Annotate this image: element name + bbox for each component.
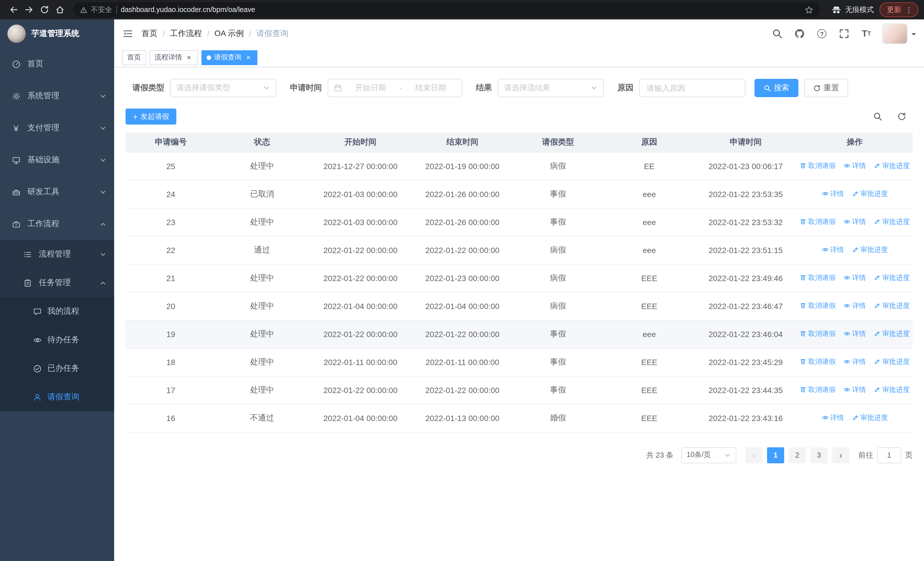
cancel-leave-link[interactable]: 取消请假	[800, 385, 836, 395]
cancel-leave-link[interactable]: 取消请假	[800, 161, 836, 171]
approval-progress-link[interactable]: 审批进度	[874, 329, 910, 339]
cancel-leave-link[interactable]: 取消请假	[800, 357, 836, 367]
approval-progress-link[interactable]: 审批进度	[852, 413, 888, 423]
trash-icon	[800, 387, 806, 393]
detail-link[interactable]: 详情	[843, 329, 866, 339]
detail-link[interactable]: 详情	[843, 217, 866, 227]
browser-forward-button[interactable]	[21, 2, 36, 17]
table-row[interactable]: 21 处理中 2022-01-22 00:00:00 2022-01-23 00…	[126, 264, 913, 292]
cancel-leave-link[interactable]: 取消请假	[800, 329, 836, 339]
breadcrumb-oa-example[interactable]: OA 示例	[214, 29, 244, 39]
calendar-icon	[334, 84, 342, 92]
table-row[interactable]: 23 处理中 2022-01-03 00:00:00 2022-01-26 00…	[126, 208, 913, 236]
app-logo[interactable]: 芋道管理系统	[0, 20, 114, 48]
sidebar-item-completed-tasks[interactable]: 已办任务	[0, 354, 114, 383]
detail-link[interactable]: 详情	[822, 189, 844, 199]
result-select[interactable]: 请选择流结果	[498, 79, 604, 97]
page-button-3[interactable]: 3	[810, 447, 828, 463]
detail-link[interactable]: 详情	[843, 301, 866, 311]
create-leave-button[interactable]: + 发起请假	[126, 108, 176, 125]
detail-link[interactable]: 详情	[843, 161, 866, 171]
sidebar-item-payment[interactable]: ¥ 支付管理	[0, 112, 114, 144]
breadcrumb-separator: /	[163, 29, 165, 38]
github-icon[interactable]	[793, 27, 806, 40]
sidebar-item-my-processes[interactable]: 我的流程	[0, 297, 114, 326]
tab-home[interactable]: 首页	[122, 50, 146, 65]
table-row[interactable]: 25 处理中 2021-12-27 00:00:00 2022-01-19 00…	[126, 152, 913, 180]
detail-link[interactable]: 详情	[843, 357, 866, 367]
col-start-time: 开始时间	[308, 132, 413, 152]
breadcrumb-home[interactable]: 首页	[141, 29, 158, 39]
sidebar-item-leave-query[interactable]: 请假查询	[0, 383, 114, 411]
col-status: 状态	[216, 132, 308, 152]
sidebar-item-infrastructure[interactable]: 基础设施	[0, 144, 114, 176]
table-row[interactable]: 22 通过 2022-01-22 00:00:00 2022-01-22 00:…	[126, 236, 913, 264]
tab-leave-query[interactable]: 请假查询 ×	[201, 50, 257, 65]
tab-process-detail[interactable]: 流程详情 ×	[150, 50, 198, 65]
approval-progress-link[interactable]: 审批进度	[874, 273, 910, 283]
table-row[interactable]: 20 处理中 2022-01-04 00:00:00 2022-01-04 00…	[126, 292, 913, 320]
approval-progress-link[interactable]: 审批进度	[874, 161, 910, 171]
next-page-button[interactable]: ›	[832, 447, 849, 463]
approval-progress-link[interactable]: 审批进度	[874, 217, 910, 227]
security-status[interactable]: 不安全	[80, 5, 112, 15]
menu-fold-icon[interactable]	[114, 20, 141, 48]
reset-button[interactable]: 重置	[804, 79, 848, 97]
cancel-leave-link[interactable]: 取消请假	[800, 217, 836, 227]
detail-link[interactable]: 详情	[822, 413, 844, 423]
table-row[interactable]: 19 处理中 2022-01-22 00:00:00 2022-01-22 00…	[126, 320, 913, 348]
approval-progress-link[interactable]: 审批进度	[874, 385, 910, 395]
table-row[interactable]: 16 不通过 2022-01-04 00:00:00 2022-01-13 00…	[126, 404, 913, 432]
tab-close-icon[interactable]: ×	[244, 53, 252, 62]
font-size-icon[interactable]: TT	[860, 27, 873, 40]
prev-page-button[interactable]: ‹	[746, 447, 762, 463]
range-separator: -	[399, 84, 402, 92]
address-bar[interactable]: 不安全 dashboard.yudao.iocoder.cn/bpm/oa/le…	[73, 2, 820, 17]
breadcrumb-workflow[interactable]: 工作流程	[170, 29, 202, 39]
col-apply-id: 申请编号	[126, 132, 216, 152]
avatar[interactable]	[882, 23, 908, 44]
browser-menu-icon[interactable]: ⋮	[905, 6, 913, 14]
detail-link[interactable]: 详情	[843, 273, 866, 283]
approval-progress-link[interactable]: 审批进度	[874, 357, 910, 367]
refresh-table-icon[interactable]	[896, 110, 908, 123]
approval-progress-link[interactable]: 审批进度	[852, 189, 888, 199]
leave-type-select[interactable]: 请选择请假类型	[170, 79, 276, 97]
toggle-search-icon[interactable]	[872, 110, 884, 123]
sidebar-item-task-management[interactable]: 任务管理	[0, 269, 114, 297]
list-icon	[23, 250, 32, 259]
search-button[interactable]: 搜索	[754, 79, 798, 97]
sidebar-item-pending-tasks[interactable]: 待办任务	[0, 326, 114, 354]
detail-link[interactable]: 详情	[822, 245, 844, 255]
page-button-1[interactable]: 1	[767, 447, 784, 463]
update-button[interactable]: 更新 ⋮	[879, 2, 918, 17]
page-button-2[interactable]: 2	[789, 447, 806, 463]
detail-link[interactable]: 详情	[843, 385, 866, 395]
sidebar-item-devtools[interactable]: 研发工具	[0, 176, 114, 208]
goto-page-input[interactable]	[877, 447, 901, 463]
table-row[interactable]: 18 处理中 2022-01-11 00:00:00 2022-01-11 00…	[126, 348, 913, 376]
approval-progress-link[interactable]: 审批进度	[852, 245, 888, 255]
browser-refresh-button[interactable]	[36, 2, 52, 17]
page-size-select[interactable]: 10条/页	[681, 447, 736, 463]
approval-progress-link[interactable]: 审批进度	[874, 301, 910, 311]
bookmark-star-icon[interactable]	[805, 5, 813, 14]
cancel-leave-link[interactable]: 取消请假	[800, 273, 836, 283]
cancel-leave-link[interactable]: 取消请假	[800, 301, 836, 311]
table-row[interactable]: 17 处理中 2022-01-22 00:00:00 2022-01-22 00…	[126, 376, 913, 404]
table-row[interactable]: 24 已取消 2022-01-03 00:00:00 2022-01-26 00…	[126, 180, 913, 208]
reason-input[interactable]	[639, 79, 746, 97]
sidebar-item-process-management[interactable]: 流程管理	[0, 240, 114, 269]
browser-back-button[interactable]	[6, 2, 21, 17]
sidebar-item-home[interactable]: 首页	[0, 48, 114, 80]
apply-time-range-picker[interactable]: 开始日期 - 结束日期	[328, 79, 462, 97]
sidebar-item-system[interactable]: 系统管理	[0, 80, 114, 112]
help-icon[interactable]: ?	[816, 27, 828, 40]
search-icon[interactable]	[771, 27, 784, 40]
reason-label: 原因	[610, 83, 633, 93]
fullscreen-icon[interactable]	[838, 27, 850, 40]
sidebar-item-workflow[interactable]: 工作流程	[0, 208, 114, 240]
user-menu[interactable]	[882, 23, 916, 44]
tab-close-icon[interactable]: ×	[185, 53, 193, 62]
browser-home-button[interactable]	[52, 2, 68, 17]
